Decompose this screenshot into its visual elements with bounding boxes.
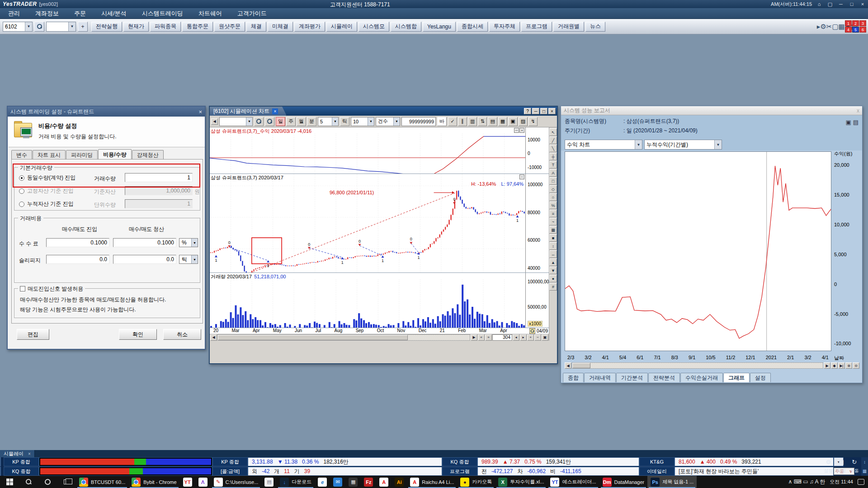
dialog-tab-4[interactable]: 강제청산	[132, 150, 164, 160]
report-tab-3[interactable]: 전략분석	[648, 373, 680, 382]
drawing-tool-icon-5[interactable]: A	[549, 169, 557, 177]
toolbar-right-icon-3[interactable]: ▢	[832, 21, 838, 33]
expand-icon[interactable]: ◆	[831, 362, 838, 369]
bar-count-input[interactable]: 304	[492, 334, 512, 341]
slippage-unit-select[interactable]: 틱▼	[179, 255, 198, 264]
commission-entry-input[interactable]: 0.1000	[46, 238, 109, 247]
toolbar-button-16[interactable]: 뉴스	[585, 22, 605, 32]
close-icon[interactable]: ×	[28, 451, 31, 456]
mdi-tab-simulation[interactable]: 시뮬레이 ×	[0, 450, 35, 457]
metric-select[interactable]: 누적수익(기간별)▼	[644, 140, 722, 150]
base-asset-input[interactable]: 1,000,000	[125, 186, 193, 195]
dialog-tab-1[interactable]: 차트 표시	[33, 150, 66, 160]
price-plot[interactable]: 삼성 슈퍼트랜드(3,7) 2020/03/17 H: -13,64% L: 9…	[210, 174, 525, 272]
axis-zoom-icon[interactable]	[529, 328, 535, 334]
taskbar-app-14[interactable]: ●카카오톡	[457, 476, 495, 488]
cortana-button[interactable]	[38, 476, 57, 488]
quick-screen-button-1[interactable]: 2	[852, 20, 859, 26]
drawing-tool-icon-3[interactable]: ┼	[549, 153, 557, 160]
close-icon[interactable]: ×	[272, 108, 278, 114]
drawing-tool-icon-9[interactable]: %	[549, 202, 557, 209]
chart-tool-icon-6[interactable]: ▣	[508, 117, 517, 126]
quick-screen-button-5[interactable]: 6	[859, 27, 866, 33]
name-combo[interactable]: ▼	[46, 22, 76, 32]
toolbar-button-14[interactable]: 프로그램	[521, 22, 552, 32]
drawing-tool-icon-11[interactable]: ~	[549, 218, 557, 225]
drawing-tool-icon-16[interactable]: ▲	[549, 258, 557, 266]
toolbar-button-4[interactable]: 원샷주문	[214, 22, 245, 32]
commission-unit-select[interactable]: %▼	[179, 238, 198, 247]
task-view-button[interactable]	[57, 476, 76, 488]
toolbar-button-12[interactable]: 종합시세	[457, 22, 488, 32]
monitor-icon[interactable]: ▢	[826, 1, 834, 7]
toolbar-button-13[interactable]: 투자주체	[489, 22, 520, 32]
drawing-tool-icon-18[interactable]: ●	[549, 275, 557, 282]
scroll-left-icon[interactable]: ◀	[211, 118, 218, 125]
dialog-tab-3[interactable]: 비용/수량	[98, 149, 131, 160]
tick-button[interactable]: 틱	[340, 117, 349, 126]
taskbar-app-16[interactable]: YT예스트레이더...	[547, 476, 599, 488]
commission-exit-input[interactable]: 0.1000	[113, 238, 176, 247]
toolbar-button-11[interactable]: YesLangu	[423, 22, 456, 32]
drawing-tool-icon-0[interactable]: ↖	[549, 128, 557, 136]
taskbar-app-1[interactable]: Bybit - Chrome	[128, 476, 179, 488]
drawing-tool-icon-4[interactable]: T	[549, 161, 557, 169]
taskbar-app-5[interactable]: ▤	[261, 476, 277, 488]
pane-maximize-icon[interactable]: ▫	[519, 174, 524, 179]
volume-plot[interactable]: 거래량 2020/03/1751,218,071,00	[210, 273, 525, 328]
maximize-button[interactable]: □	[540, 108, 547, 114]
taskbar-app-10[interactable]: Fz	[361, 476, 376, 488]
taskbar-app-13[interactable]: ARaichu A4 Li...	[407, 476, 457, 488]
toolbar-button-3[interactable]: 통합주문	[182, 22, 213, 32]
print-icon[interactable]: ▤	[853, 119, 859, 126]
quick-screen-button-0[interactable]: 1	[845, 20, 852, 26]
period-button-3[interactable]: 분	[307, 117, 316, 126]
toolbar-button-15[interactable]: 거래원별	[553, 22, 584, 32]
scroll-right-icon[interactable]: ▶	[471, 334, 477, 341]
taskbar-app-0[interactable]: BTCUSDT 60...	[76, 476, 128, 488]
zoom-reset-button[interactable]	[265, 117, 274, 126]
toolbar-button-8[interactable]: 시뮬레이	[326, 22, 357, 32]
toolbar-button-1[interactable]: 현재가	[123, 22, 149, 32]
drawing-tool-icon-2[interactable]: ╲	[549, 145, 557, 152]
taskbar-search-button[interactable]	[19, 476, 38, 488]
fills-quick-button[interactable]: ▤ 체결	[835, 457, 848, 476]
chart-tool-icon-0[interactable]: ✓	[448, 117, 457, 126]
menu-item-6[interactable]: 고객가이드	[237, 9, 267, 18]
toolbar-button-6[interactable]: 미체결	[268, 22, 293, 32]
panel-icon[interactable]: ▦	[863, 469, 867, 474]
close-button[interactable]: ×	[859, 1, 866, 7]
page-left-icon[interactable]: «	[478, 334, 485, 341]
swap-icon[interactable]: ↕	[863, 460, 866, 465]
zoom-in-button[interactable]	[254, 117, 264, 126]
home-icon[interactable]: ⌂	[816, 1, 823, 7]
slippage-exit-input[interactable]: 0.0	[113, 255, 176, 264]
toolbar-button-0[interactable]: 전략실행	[91, 22, 122, 32]
start-button[interactable]	[0, 476, 19, 488]
notification-center-icon[interactable]	[858, 479, 864, 485]
dialog-tab-2[interactable]: 피라미딩	[66, 150, 98, 160]
period-button-2[interactable]: 월	[297, 117, 306, 126]
period-button-1[interactable]: 주	[286, 117, 296, 126]
add-button[interactable]: +	[78, 22, 88, 32]
menu-item-1[interactable]: 계좌정보	[35, 9, 59, 18]
minute-combo[interactable]: 5▼	[318, 117, 339, 126]
menu-item-3[interactable]: 시세/분석	[101, 9, 127, 18]
taskbar-app-8[interactable]: ✉	[330, 476, 345, 488]
close-button[interactable]: ×	[548, 108, 556, 114]
close-icon[interactable]: x	[857, 108, 859, 114]
taskbar-app-15[interactable]: X투자수익률.xl...	[495, 476, 547, 488]
report-tab-4[interactable]: 수익손실거래	[680, 373, 723, 382]
report-tab-6[interactable]: 설정	[750, 373, 771, 382]
report-plot[interactable]	[565, 151, 831, 351]
settings-quick-button[interactable]: ⚙ 설정	[822, 457, 835, 476]
toolbar-button-10[interactable]: 시스템합	[391, 22, 421, 32]
chart-tool-icon-1[interactable]: ∥	[458, 117, 467, 126]
pane-collapse-icon[interactable]: ─	[514, 128, 519, 133]
minimize-button[interactable]: ─	[532, 108, 539, 114]
chart-window-titlebar[interactable]: [6102] 시뮬레이션 차트 × ? ─ □ ×	[210, 107, 557, 116]
edit-button[interactable]: 편집	[17, 329, 49, 340]
taskbar-app-3[interactable]: Λ	[195, 476, 211, 488]
taskbar-app-12[interactable]: Ai	[392, 476, 407, 488]
toolbar-right-icon-2[interactable]: ✂	[826, 21, 832, 33]
